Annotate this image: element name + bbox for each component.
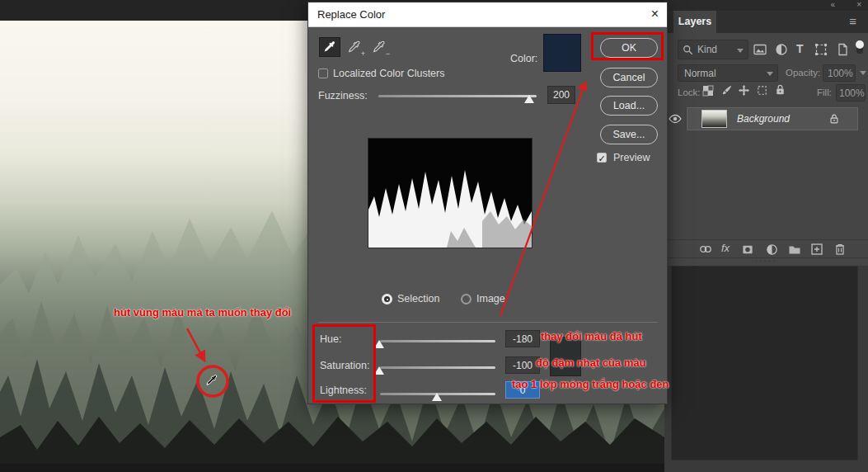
eyedropper-plus-icon: [348, 40, 362, 54]
pick-color-note: hút vùng màu mà ta muốn thay đổi: [114, 306, 291, 319]
eyedropper-subtract-button[interactable]: −: [368, 37, 390, 57]
filter-pixel-layers-icon[interactable]: [753, 43, 767, 56]
chevron-down-icon[interactable]: [860, 71, 866, 75]
lock-all-icon[interactable]: [774, 83, 786, 96]
preview-checkbox[interactable]: ✓: [597, 153, 607, 163]
filter-toggle-icon[interactable]: [855, 40, 865, 56]
lightness-note: tạo 1 lớp mỏng trắng hoặc đen: [512, 378, 669, 390]
lock-position-move-icon[interactable]: [738, 84, 750, 97]
plus-glyph: +: [361, 50, 365, 58]
dialog-close-icon[interactable]: ×: [651, 7, 659, 21]
new-group-folder-icon[interactable]: [788, 243, 801, 256]
lock-image-pixels-brush-icon[interactable]: [720, 84, 733, 97]
localized-clusters-checkbox[interactable]: [318, 68, 328, 78]
grip-dots: ·····: [755, 257, 777, 266]
filter-shape-layers-icon[interactable]: [814, 43, 828, 56]
hsl-labels-highlight-rect: [312, 324, 376, 403]
hue-field[interactable]: -180: [505, 330, 540, 347]
lock-label: Lock:: [678, 87, 701, 97]
empty-panel-area: [671, 266, 858, 460]
ok-highlight-rect: [591, 32, 664, 60]
panel-resize-grip[interactable]: ·····: [664, 257, 868, 266]
selection-radio[interactable]: [382, 294, 392, 304]
fill-field[interactable]: 100%: [836, 84, 866, 101]
eyedropper-add-button[interactable]: +: [344, 37, 365, 57]
lightness-slider-thumb[interactable]: [432, 393, 442, 401]
collapse-panels-icon[interactable]: «: [830, 0, 835, 9]
mask-preview-art: [368, 139, 532, 248]
dialog-title-bar[interactable]: Replace Color ×: [308, 2, 667, 27]
saturation-field[interactable]: -100: [505, 356, 540, 374]
eyedropper-icon: [323, 40, 337, 54]
saturation-slider-track[interactable]: [380, 366, 495, 369]
panel-actions-row: fx: [664, 239, 868, 258]
filter-smart-objects-icon[interactable]: [836, 43, 849, 56]
lock-transparent-pixels-icon[interactable]: [702, 85, 714, 97]
hue-note: thay đổi màu đã hút: [541, 330, 642, 342]
hue-slider-track[interactable]: [380, 340, 495, 342]
opacity-label: Opacity:: [786, 68, 820, 78]
layer-visibility-cell[interactable]: [664, 107, 687, 130]
link-layers-icon[interactable]: [699, 243, 712, 255]
add-layer-mask-icon[interactable]: [741, 243, 754, 256]
dialog-title: Replace Color: [317, 8, 385, 21]
save-button[interactable]: Save...: [600, 125, 658, 144]
filter-adjustment-layers-icon[interactable]: [775, 43, 788, 56]
image-radio[interactable]: [461, 294, 472, 304]
screenshot-root: « × Layers ≡ Kind: [0, 0, 868, 472]
close-panel-icon[interactable]: ×: [856, 0, 861, 9]
search-icon: [683, 45, 694, 56]
filter-type-layers-icon[interactable]: T: [796, 42, 804, 55]
layer-lock-icon: [828, 113, 840, 125]
layers-panel: « × Layers ≡ Kind: [664, 0, 868, 472]
selection-preview-thumbnail: [368, 138, 533, 248]
tab-layers[interactable]: Layers: [673, 11, 716, 33]
blend-mode-dropdown[interactable]: Normal: [678, 64, 778, 82]
image-radio-label: Image: [476, 293, 505, 304]
opacity-value: 100%: [828, 68, 853, 79]
kind-filter-dropdown[interactable]: Kind: [678, 40, 748, 59]
fuzziness-slider-track[interactable]: [378, 95, 537, 97]
eye-icon: [669, 112, 682, 125]
blend-mode-value: Normal: [684, 68, 716, 79]
minus-glyph: −: [386, 50, 390, 58]
panel-menu-icon[interactable]: ≡: [849, 14, 856, 28]
preview-label: Preview: [613, 152, 650, 163]
layer-row-background[interactable]: Background: [687, 107, 858, 130]
new-layer-icon[interactable]: [810, 243, 823, 256]
layers-panel-body: Kind T: [664, 33, 868, 257]
delete-layer-trash-icon[interactable]: [833, 243, 847, 256]
fuzziness-field[interactable]: 200: [547, 86, 575, 104]
kind-filter-label: Kind: [697, 44, 717, 55]
selection-radio-label: Selection: [397, 293, 439, 304]
eyedropper-minus-icon: [373, 40, 387, 54]
cancel-button[interactable]: Cancel: [600, 68, 658, 87]
load-button[interactable]: Load...: [600, 96, 658, 116]
fuzziness-slider-thumb[interactable]: [524, 95, 534, 103]
layer-thumbnail[interactable]: [701, 110, 727, 128]
section-divider: [318, 322, 658, 323]
panel-header-bar: « ×: [664, 0, 868, 11]
panel-tab-bar: Layers ≡: [664, 11, 868, 33]
color-label: Color:: [510, 53, 537, 64]
layer-style-fx-icon[interactable]: fx: [721, 242, 730, 254]
fuzziness-label: Fuzziness:: [318, 90, 368, 101]
fill-value: 100%: [839, 87, 865, 99]
fill-label: Fill:: [817, 87, 832, 97]
chevron-down-icon: [767, 72, 773, 76]
chevron-down-icon: [737, 49, 744, 53]
eyedropper-sample-button[interactable]: [319, 37, 340, 57]
color-swatch[interactable]: [543, 34, 581, 72]
layer-name: Background: [737, 113, 790, 125]
lock-artboard-icon[interactable]: [756, 84, 768, 97]
localized-clusters-label: Localized Color Clusters: [333, 68, 444, 79]
opacity-field[interactable]: 100%: [823, 64, 856, 82]
new-adjustment-layer-icon[interactable]: [766, 243, 778, 256]
saturation-note: độ đậm nhạt của màu: [536, 356, 646, 369]
